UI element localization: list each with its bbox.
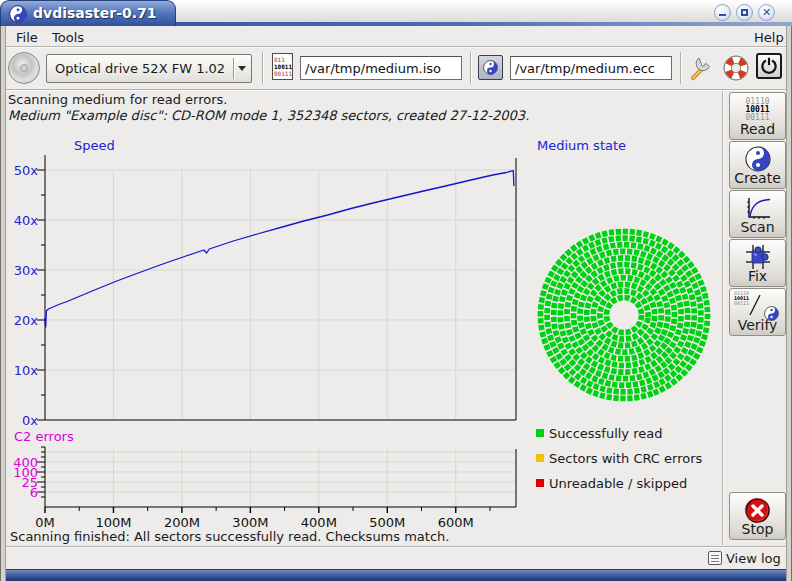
titlebar-tab: dvdisaster-0.71 — [0, 0, 176, 26]
statusbar-separator — [6, 546, 786, 547]
read-binary-icon: 01110 10011 00111 — [745, 98, 769, 122]
view-log-icon — [708, 551, 722, 565]
iso-path-input[interactable] — [300, 56, 462, 80]
svg-text:100M: 100M — [95, 515, 131, 530]
verify-slash-icon — [748, 293, 762, 317]
menu-file[interactable]: File — [10, 28, 44, 47]
fix-puzzle-icon — [744, 243, 772, 271]
drive-selector-value: Optical drive 52X FW 1.02 — [47, 61, 233, 76]
svg-text:400M: 400M — [301, 515, 337, 530]
svg-text:20x: 20x — [14, 313, 39, 328]
window-border-right — [786, 26, 792, 581]
toolbar-separator — [470, 52, 471, 84]
close-button[interactable]: ✕ — [758, 4, 775, 21]
maximize-icon — [741, 9, 748, 16]
view-log-label: View log — [726, 551, 781, 566]
dvdisaster-window: 0x10x20x30x40x50x4001002560M100M200M300M… — [0, 0, 792, 581]
svg-text:40x: 40x — [14, 213, 39, 228]
toolbar: Optical drive 52X FW 1.02 011 10011 0011… — [6, 48, 786, 89]
help-lifebuoy-icon[interactable] — [722, 54, 750, 82]
read-button[interactable]: 01110 10011 00111 Read — [729, 92, 786, 140]
chevron-down-icon — [238, 66, 246, 71]
window-title: dvdisaster-0.71 — [33, 5, 157, 21]
svg-text:0x: 0x — [22, 413, 38, 428]
drive-selector[interactable]: Optical drive 52X FW 1.02 — [46, 54, 252, 83]
menu-help[interactable]: Help — [748, 28, 790, 47]
preferences-wrench-icon[interactable] — [688, 54, 714, 82]
toolbar-separator — [262, 52, 263, 84]
ecc-file-icon — [478, 55, 503, 80]
svg-text:500M: 500M — [369, 515, 405, 530]
ecc-path-input[interactable] — [510, 56, 672, 80]
stop-button[interactable]: Stop — [729, 492, 786, 540]
menu-tools[interactable]: Tools — [46, 28, 90, 47]
window-border-left — [0, 26, 6, 581]
toolbar-separator — [680, 52, 681, 84]
svg-text:300M: 300M — [232, 515, 268, 530]
verify-button[interactable]: 01110 10011 00111 Verify — [729, 288, 786, 336]
titlebar[interactable]: dvdisaster-0.71 ✕ — [0, 0, 792, 26]
window-border-bottom[interactable] — [0, 569, 792, 581]
toolbar-separator-line — [6, 89, 786, 90]
minimize-button[interactable] — [714, 4, 731, 21]
create-yinyang-icon — [745, 146, 771, 172]
menubar: File Tools Help — [6, 27, 786, 47]
svg-text:30x: 30x — [14, 263, 39, 278]
create-button[interactable]: Create — [729, 141, 786, 189]
fix-button[interactable]: Fix — [729, 239, 786, 287]
minimize-icon — [719, 14, 726, 16]
quit-power-button[interactable] — [756, 53, 782, 79]
cd-disc-icon — [20, 64, 28, 72]
sidebar-separator — [722, 91, 723, 545]
svg-text:600M: 600M — [438, 515, 474, 530]
maximize-button[interactable] — [736, 4, 753, 21]
view-log-toggle[interactable]: View log — [708, 549, 781, 567]
svg-text:50x: 50x — [14, 163, 39, 178]
drive-eject-button[interactable] — [8, 52, 40, 84]
close-icon: ✕ — [759, 6, 774, 19]
power-icon — [758, 55, 780, 77]
verify-binary-icon: 01110 10011 00111 — [734, 291, 749, 306]
scan-chart-icon — [744, 195, 772, 221]
iso-file-icon: 011 10011 00111 — [272, 53, 293, 80]
svg-text:200M: 200M — [164, 515, 200, 530]
app-yinyang-icon — [9, 5, 27, 23]
scan-button[interactable]: Scan — [729, 190, 786, 238]
svg-text:10x: 10x — [14, 363, 39, 378]
stop-icon — [744, 497, 771, 524]
ecc-yinyang-icon — [483, 60, 498, 75]
svg-text:0M: 0M — [35, 515, 55, 530]
svg-text:6: 6 — [30, 485, 38, 500]
verify-yinyang-icon — [764, 306, 779, 321]
